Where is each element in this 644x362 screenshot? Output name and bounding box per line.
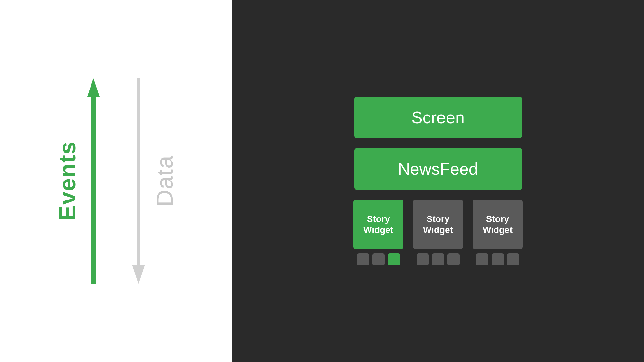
right-content: Screen NewsFeed StoryWidget: [258, 97, 618, 265]
events-arrow-icon: [87, 72, 100, 291]
dot-2-2: [432, 253, 444, 265]
story-widgets-row: StoryWidget StoryWidget: [353, 200, 523, 265]
newsfeed-label: NewsFeed: [398, 159, 478, 179]
dots-row-2: [417, 253, 460, 265]
arrows-container: Events Data: [54, 69, 178, 294]
dot-3-2: [492, 253, 504, 265]
dot-1-3: [388, 253, 400, 265]
story-widget-group-2: StoryWidget: [413, 200, 463, 265]
data-arrow-group: Data: [132, 72, 178, 291]
dots-row-1: [357, 253, 400, 265]
svg-marker-3: [132, 265, 145, 284]
dot-1-2: [372, 253, 385, 265]
dot-3-3: [507, 253, 519, 265]
story-widget-box-1: StoryWidget: [353, 200, 403, 249]
story-widget-group-3: StoryWidget: [473, 200, 523, 265]
story-widget-label-1: StoryWidget: [363, 214, 393, 235]
story-widget-group-1: StoryWidget: [353, 200, 403, 265]
dots-row-3: [476, 253, 519, 265]
svg-marker-1: [87, 78, 100, 97]
story-widget-label-2: StoryWidget: [423, 214, 453, 235]
events-arrow-group: Events: [54, 72, 100, 291]
data-label: Data: [151, 155, 178, 207]
screen-label: Screen: [411, 108, 465, 127]
dot-2-3: [447, 253, 460, 265]
story-widget-label-3: StoryWidget: [483, 214, 513, 235]
right-panel: Screen NewsFeed StoryWidget: [232, 0, 644, 362]
dot-3-1: [476, 253, 488, 265]
story-widget-box-3: StoryWidget: [473, 200, 523, 249]
left-panel: Events Data: [0, 0, 232, 362]
data-arrow-icon: [132, 72, 145, 291]
screen-box: Screen: [354, 97, 522, 138]
events-label: Events: [54, 141, 81, 221]
story-widget-box-2: StoryWidget: [413, 200, 463, 249]
newsfeed-box: NewsFeed: [354, 148, 522, 190]
dot-2-1: [417, 253, 429, 265]
dot-1-1: [357, 253, 369, 265]
